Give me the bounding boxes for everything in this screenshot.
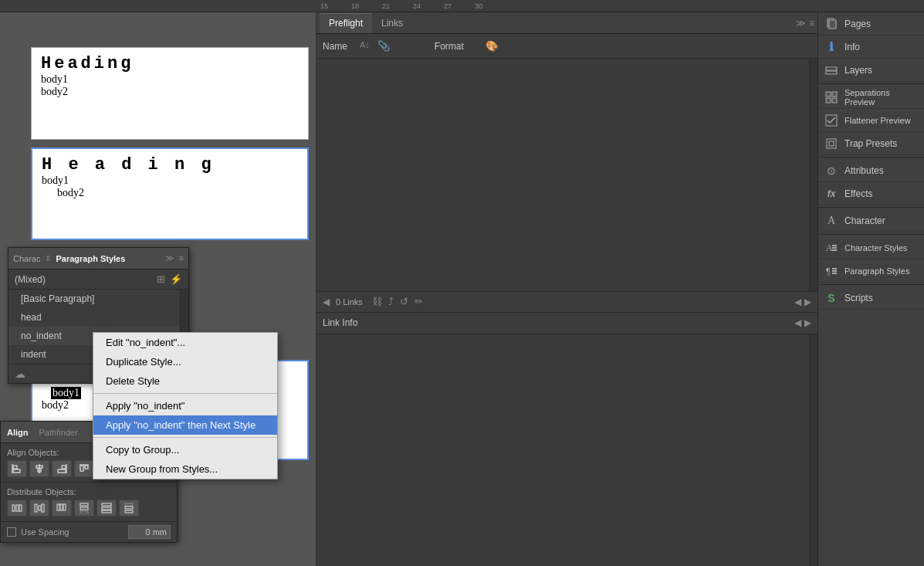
- sidebar-item-flattener-label: Flattener Preview: [844, 116, 911, 125]
- effects-icon: fx: [824, 187, 838, 201]
- svg-rect-42: [826, 98, 831, 103]
- sidebar-item-trap-presets-label: Trap Presets: [844, 138, 897, 149]
- tab-links[interactable]: Links: [372, 13, 412, 33]
- ruler-bar: 151821242730: [0, 0, 924, 12]
- sidebar-item-pages[interactable]: Pages: [818, 12, 924, 36]
- svg-rect-46: [829, 141, 834, 146]
- nav-left-icon[interactable]: ◀: [794, 297, 801, 307]
- link-info-label: Link Info: [323, 317, 357, 328]
- svg-rect-53: [832, 270, 837, 272]
- pages-icon: [824, 17, 838, 31]
- sidebar-item-trap-presets[interactable]: Trap Presets: [818, 132, 924, 155]
- sidebar-item-effects-label: Effects: [844, 188, 872, 199]
- block1-body2: body2: [41, 86, 299, 98]
- link-info-row: Link Info ◀ ▶: [316, 313, 817, 334]
- attributes-icon: ⊙: [824, 164, 838, 178]
- tabs-icons: ≫ ≡: [796, 18, 814, 29]
- sidebar-item-layers-label: Layers: [844, 65, 872, 76]
- separations-icon: [824, 90, 838, 104]
- sidebar-item-character-styles-label: Character Styles: [844, 243, 907, 252]
- layers-icon: [824, 63, 838, 77]
- sort-az-icon[interactable]: A↕: [360, 40, 370, 52]
- relink-icon2[interactable]: ⛓: [372, 296, 382, 307]
- character-styles-icon: A: [824, 241, 838, 255]
- svg-rect-39: [826, 71, 837, 74]
- block2-body1: body1: [42, 175, 298, 187]
- sidebar-sep-3: [818, 207, 924, 208]
- page-block-1: Heading body1 body2: [31, 47, 309, 140]
- sidebar-item-layers[interactable]: Layers: [818, 59, 924, 82]
- page-block-2: H e a d i n g body1 body2: [31, 147, 309, 240]
- svg-text:A: A: [826, 242, 833, 253]
- svg-rect-40: [826, 92, 831, 97]
- sidebar-item-paragraph-styles-label: Paragraph Styles: [844, 266, 909, 276]
- block2-heading: H e a d i n g: [42, 155, 298, 175]
- sidebar-item-pages-label: Pages: [844, 19, 871, 29]
- panels-area: Preflight Links ≫ ≡ Name A↕ 📎 Format 🎨: [316, 12, 817, 566]
- tabs-row: Preflight Links ≫ ≡: [316, 12, 817, 34]
- svg-rect-50: [832, 249, 837, 251]
- info-icon: ℹ: [824, 40, 838, 54]
- svg-rect-37: [829, 20, 836, 29]
- sidebar-item-separations[interactable]: Separations Preview: [818, 86, 924, 109]
- sidebar-item-character-styles[interactable]: A Character Styles: [818, 236, 924, 259]
- sidebar-item-scripts-label: Scripts: [844, 293, 873, 303]
- tabs-expand-icon[interactable]: ≫: [796, 18, 806, 29]
- links-arrow-left[interactable]: ◀: [323, 297, 330, 307]
- update-link-icon[interactable]: ↺: [400, 296, 408, 307]
- svg-rect-48: [832, 245, 837, 246]
- links-color-icon[interactable]: 🎨: [486, 40, 498, 52]
- sidebar-item-scripts[interactable]: S Scripts: [818, 286, 924, 310]
- link-info-empty-area: [316, 334, 817, 567]
- links-count-label: 0 Links: [336, 297, 363, 307]
- goto-link-icon[interactable]: ⤴: [388, 296, 394, 307]
- links-scrollbar[interactable]: [809, 59, 817, 291]
- sidebar-item-effects[interactable]: fx Effects: [818, 182, 924, 205]
- paragraph-styles-icon: ¶: [824, 264, 838, 278]
- svg-rect-45: [827, 139, 836, 148]
- nav-right-icon[interactable]: ▶: [804, 297, 811, 307]
- sidebar-item-attributes[interactable]: ⊙ Attributes: [818, 159, 924, 182]
- sidebar-item-info-label: Info: [844, 42, 860, 53]
- svg-rect-49: [832, 247, 837, 249]
- sidebar-item-attributes-label: Attributes: [844, 165, 884, 176]
- sidebar-sep-1: [818, 83, 924, 84]
- tab-links-label: Links: [381, 18, 403, 29]
- links-bottom-icons: ⛓ ⤴ ↺ ✏: [372, 296, 423, 307]
- block1-heading: Heading: [41, 54, 299, 73]
- links-bottom-bar: ◀ 0 Links ⛓ ⤴ ↺ ✏ ◀ ▶: [316, 291, 817, 313]
- link-info-nav-right[interactable]: ▶: [804, 317, 811, 328]
- svg-rect-54: [832, 273, 837, 274]
- tabs-menu-icon[interactable]: ≡: [809, 18, 814, 29]
- sidebar-sep-4: [818, 234, 924, 235]
- links-format-col: Format: [435, 41, 464, 52]
- links-header-icons: A↕ 📎: [360, 40, 390, 52]
- sidebar-item-character-label: Character: [844, 215, 885, 226]
- tab-preflight-label: Preflight: [329, 18, 363, 29]
- link-info-scrollbar[interactable]: [809, 334, 817, 567]
- block3-body1-selected: body1: [51, 387, 81, 399]
- relink-icon[interactable]: 📎: [377, 40, 390, 52]
- embed-link-icon[interactable]: ✏: [415, 296, 423, 307]
- sidebar-sep-5: [818, 284, 924, 285]
- right-sidebar: Pages ℹ Info Layers: [817, 12, 924, 566]
- svg-rect-43: [832, 98, 837, 103]
- flattener-icon: [824, 114, 838, 127]
- links-empty-area: [316, 59, 817, 291]
- block1-body1: body1: [41, 73, 299, 86]
- sidebar-item-paragraph-styles[interactable]: ¶ Paragraph Styles: [818, 259, 924, 283]
- character-icon: A: [824, 214, 838, 228]
- links-name-col: Name: [323, 41, 347, 52]
- sidebar-item-info[interactable]: ℹ Info: [818, 36, 924, 59]
- sidebar-item-flattener[interactable]: Flattener Preview: [818, 109, 924, 132]
- svg-rect-38: [826, 67, 837, 70]
- nav-arrows: ◀ ▶: [794, 297, 811, 307]
- links-header: Name A↕ 📎 Format 🎨: [316, 34, 817, 59]
- sidebar-item-character[interactable]: A Character: [818, 209, 924, 232]
- trap-presets-icon: [824, 137, 838, 151]
- tab-preflight[interactable]: Preflight: [320, 13, 372, 33]
- sidebar-sep-2: [818, 157, 924, 158]
- svg-rect-52: [832, 268, 837, 269]
- link-info-nav-left[interactable]: ◀: [794, 317, 801, 328]
- svg-text:¶: ¶: [826, 266, 831, 276]
